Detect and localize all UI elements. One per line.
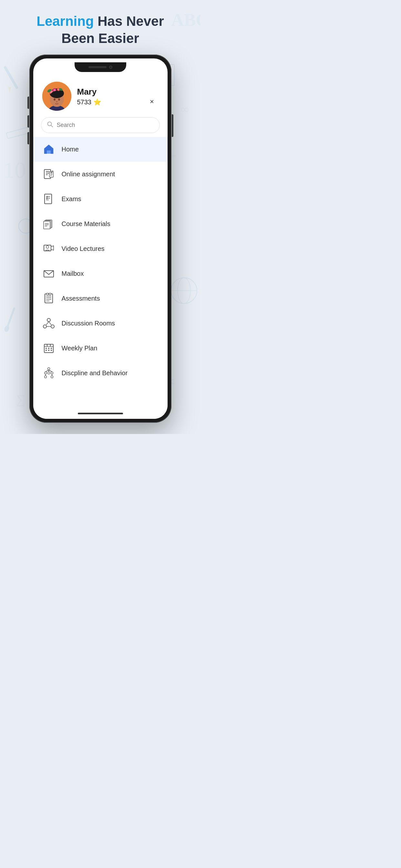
svg-point-84: [51, 372, 53, 374]
svg-rect-78: [45, 350, 47, 351]
notch-camera: [109, 66, 112, 69]
header-line2: Been Easier: [61, 31, 139, 46]
menu-item-exams[interactable]: Exams: [33, 187, 167, 212]
svg-point-83: [48, 372, 50, 374]
svg-line-34: [51, 125, 53, 127]
svg-rect-44: [44, 194, 52, 204]
menu-label-assessments: Assessments: [62, 295, 100, 302]
svg-line-88: [45, 370, 49, 372]
mailbox-icon: [42, 267, 55, 280]
phone-frame: ×: [29, 55, 172, 423]
weekly-plan-icon: [42, 342, 55, 354]
menu-label-discussion-rooms: Discussion Rooms: [62, 320, 115, 327]
user-name: Mary: [77, 87, 101, 97]
menu-item-home[interactable]: Home: [33, 137, 167, 162]
menu-item-mailbox[interactable]: Mailbox: [33, 261, 167, 286]
svg-point-66: [43, 325, 47, 328]
menu-label-discipline-behavior: Discpline and Behavior: [62, 369, 128, 377]
svg-point-55: [46, 246, 49, 248]
svg-point-86: [51, 376, 53, 378]
svg-rect-36: [46, 171, 49, 172]
online-assignment-icon: [42, 167, 55, 181]
svg-text:ABC: ABC: [171, 10, 201, 30]
menu-label-course-materials: Course Materials: [62, 220, 111, 228]
menu-label-weekly-plan: Weekly Plan: [62, 345, 97, 352]
svg-rect-1: [4, 66, 19, 89]
svg-point-9: [178, 278, 190, 304]
svg-line-89: [49, 370, 52, 372]
assessments-icon: [42, 292, 55, 305]
svg-marker-56: [51, 246, 54, 250]
menu-label-online-assignment: Online assignment: [62, 170, 115, 178]
user-score: 5733 ⭐: [77, 98, 101, 106]
user-info: Mary 5733 ⭐: [77, 87, 101, 106]
svg-rect-50: [43, 221, 50, 229]
svg-rect-79: [48, 350, 50, 351]
svg-line-68: [46, 321, 49, 325]
menu-list: Home: [33, 137, 167, 409]
svg-text:∞: ∞: [181, 103, 189, 116]
video-lectures-icon: [42, 242, 55, 255]
avatar: [42, 82, 71, 111]
search-bar[interactable]: [41, 117, 160, 133]
svg-point-25: [53, 89, 56, 91]
svg-rect-11: [6, 307, 16, 329]
close-button[interactable]: ×: [146, 96, 158, 107]
svg-rect-38: [46, 175, 48, 175]
phone-notch: [33, 58, 167, 74]
menu-label-home: Home: [62, 146, 79, 153]
menu-item-assessments[interactable]: Assessments: [33, 286, 167, 311]
search-input[interactable]: [57, 122, 154, 128]
menu-item-discussion-rooms[interactable]: Discussion Rooms: [33, 311, 167, 336]
svg-point-65: [47, 318, 50, 321]
svg-rect-37: [46, 173, 49, 174]
svg-rect-77: [51, 348, 52, 349]
menu-item-online-assignment[interactable]: Online assignment: [33, 162, 167, 187]
phone-screen: ×: [33, 58, 167, 419]
menu-item-weekly-plan[interactable]: Weekly Plan: [33, 336, 167, 361]
svg-text:∑: ∑: [16, 392, 26, 407]
svg-rect-80: [51, 350, 52, 351]
user-profile: Mary 5733 ⭐: [33, 74, 167, 117]
svg-point-67: [51, 325, 54, 328]
svg-rect-64: [49, 293, 51, 295]
svg-point-82: [44, 372, 47, 374]
svg-rect-58: [45, 294, 53, 303]
svg-point-32: [56, 101, 58, 102]
svg-line-69: [49, 321, 51, 325]
home-icon: [42, 143, 55, 156]
svg-point-30: [54, 98, 56, 101]
search-icon: [47, 121, 53, 129]
course-materials-icon: [42, 217, 55, 230]
menu-label-exams: Exams: [62, 195, 81, 203]
home-indicator: [33, 409, 167, 419]
menu-item-course-materials[interactable]: Course Materials: [33, 212, 167, 237]
svg-rect-76: [48, 348, 50, 349]
header-section: Learning Has Never Been Easier: [36, 13, 164, 47]
svg-text:10: 10: [3, 158, 26, 182]
notch-speaker: [89, 66, 106, 68]
header-line1-rest: Has Never: [94, 13, 164, 29]
svg-rect-63: [47, 293, 49, 295]
svg-point-12: [4, 325, 10, 333]
menu-label-mailbox: Mailbox: [62, 270, 84, 277]
menu-item-discipline-behavior[interactable]: Discpline and Behavior: [33, 361, 167, 385]
discipline-behavior-icon: [42, 367, 55, 379]
svg-point-85: [44, 376, 47, 378]
home-bar: [78, 413, 123, 414]
menu-label-video-lectures: Video Lectures: [62, 245, 104, 252]
menu-item-video-lectures[interactable]: Video Lectures: [33, 237, 167, 261]
header-blue-word: Learning: [36, 13, 94, 29]
svg-rect-75: [45, 348, 47, 349]
svg-point-81: [48, 368, 50, 370]
svg-point-31: [58, 98, 60, 101]
svg-marker-2: [8, 87, 11, 94]
screen-content: ×: [33, 74, 167, 419]
discussion-rooms-icon: [42, 317, 55, 330]
exams-icon: [42, 192, 55, 206]
svg-point-8: [171, 278, 197, 304]
